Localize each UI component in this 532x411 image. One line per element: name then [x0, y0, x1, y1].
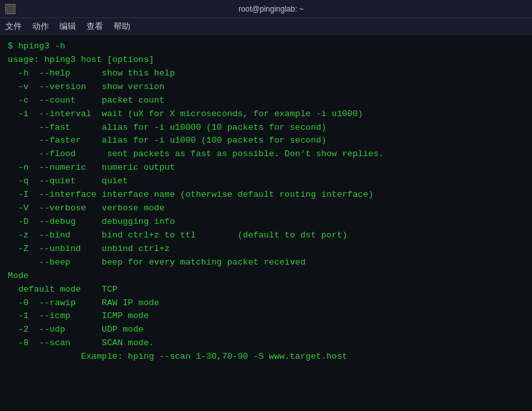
menu-view[interactable]: 查看: [86, 21, 103, 32]
terminal-line: -i --interval wait (uX for X microsecond…: [8, 108, 524, 121]
terminal-line: -v --version show version: [8, 81, 524, 94]
menu-file[interactable]: 文件: [5, 21, 22, 32]
terminal-line: -1 --icmp ICMP mode: [8, 310, 524, 323]
terminal-line: --flood sent packets as fast as possible…: [8, 148, 524, 161]
terminal-line: Example: hping --scan 1-30,70-90 -S www.…: [8, 350, 524, 364]
title-bar: root@pinginglab: ~: [0, 0, 532, 18]
terminal-line: -8 --scan SCAN mode.: [8, 337, 524, 350]
terminal-line: -q --quiet quiet: [8, 175, 524, 188]
terminal-line: -h --help show this help: [8, 67, 524, 81]
terminal-line: -V --verbose verbose mode: [8, 202, 524, 216]
terminal-line: --beep beep for every matching packet re…: [8, 256, 524, 270]
terminal-line: -2 --udp UDP mode: [8, 323, 524, 337]
terminal-output: usage: hping3 host [options] -h --help s…: [8, 54, 524, 364]
terminal-icon: [5, 4, 15, 14]
menu-help[interactable]: 帮助: [113, 21, 130, 32]
terminal-line: -z --bind bind ctrl+z to ttl (default to…: [8, 229, 524, 243]
terminal-line: -Z --unbind unbind ctrl+z: [8, 243, 524, 256]
terminal-line: default mode TCP: [8, 283, 524, 297]
terminal-line: usage: hping3 host [options]: [8, 54, 524, 67]
terminal-line: --faster alias for -i u1000 (100 packets…: [8, 134, 524, 148]
terminal-line: -0 --rawip RAW IP mode: [8, 297, 524, 310]
terminal-line: -n --numeric numeric output: [8, 161, 524, 175]
title-bar-left: [5, 4, 15, 14]
terminal-body: $ hping3 -h usage: hping3 host [options]…: [0, 35, 532, 411]
terminal-line: -c --count packet count: [8, 94, 524, 108]
terminal-line: Mode: [8, 270, 524, 283]
terminal-line: -D --debug debugging info: [8, 216, 524, 229]
menu-bar: 文件 动作 编辑 查看 帮助: [0, 18, 532, 35]
terminal-line: -I --interface interface name (otherwise…: [8, 188, 524, 202]
terminal-line: --fast alias for -i u10000 (10 packets f…: [8, 121, 524, 135]
window-title: root@pinginglab: ~: [239, 5, 304, 14]
menu-edit[interactable]: 编辑: [59, 21, 76, 32]
prompt-line: $ hping3 -h: [8, 40, 524, 54]
menu-action[interactable]: 动作: [32, 21, 49, 32]
